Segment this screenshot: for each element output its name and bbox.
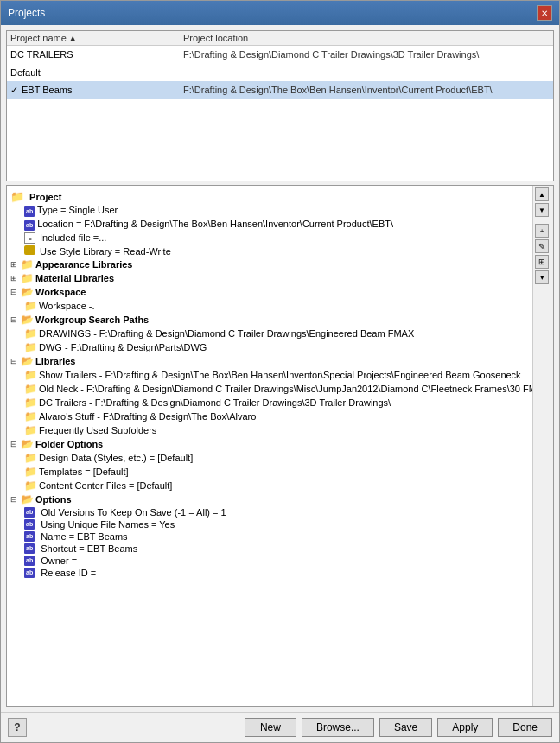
expand-open-icon: ⊟ (10, 440, 19, 448)
folder-icon: 📂 (21, 314, 34, 326)
grid-button[interactable]: ⊞ (535, 255, 549, 269)
project-list-body: DC TRAILERS F:\Drafting & Design\Diamond… (7, 46, 553, 181)
tree-label-libraries: Libraries (35, 356, 75, 366)
project-name-ebt-beams: EBT Beams (22, 83, 73, 98)
dropdown-button[interactable]: ▾ (535, 270, 549, 284)
dialog-title: Projects (8, 7, 45, 19)
tree-label-included: Included file =... (40, 232, 106, 243)
tree-label-owner: Owner = (41, 556, 77, 566)
list-item: ab Shortcut = EBT Beams (7, 543, 532, 555)
tree-label-workgroup: Workgroup Search Paths (35, 314, 149, 325)
folder-icon: 📁 (24, 479, 37, 492)
list-item: 📁 DWG - F:\Drafting & Design\Parts\DWG (7, 340, 532, 354)
ab-icon: ab (24, 568, 35, 578)
ab-icon: ab (24, 507, 35, 518)
expand-open-icon: ⊟ (10, 495, 19, 504)
list-item[interactable]: ⊞ 📁 Appearance Libraries (7, 257, 532, 271)
list-item[interactable]: ⊟ 📂 Folder Options (7, 437, 532, 451)
tree-label-style: Use Style Library = Read-Write (40, 246, 171, 257)
tree-label-show-trailers: Show Trailers - F:\Drafting & Design\The… (39, 370, 521, 380)
list-item: 📁 Show Trailers - F:\Drafting & Design\T… (7, 368, 532, 382)
folder-icon: 📁 (24, 300, 37, 312)
browse-button[interactable]: Browse... (302, 718, 374, 737)
ab-icon: ab (24, 556, 35, 566)
tree-label-appearance: Appearance Libraries (35, 259, 133, 270)
help-button[interactable]: ? (8, 718, 27, 737)
edit-button[interactable]: ✎ (535, 239, 549, 253)
tree-label-name: Name = EBT Beams (41, 531, 127, 542)
tree-label-workspace: Workspace (35, 287, 86, 297)
expand-icon: ⊞ (10, 260, 19, 269)
list-item: ≡ Included file =... (7, 232, 532, 244)
project-name-default: Default (10, 66, 41, 80)
list-item: ab Old Versions To Keep On Save (-1 = Al… (7, 506, 532, 518)
folder-gray-icon: 📁 (24, 424, 37, 436)
scroll-down-button[interactable]: ▼ (535, 203, 549, 217)
list-item: Use Style Library = Read-Write (7, 244, 532, 257)
list-item[interactable]: ⊟ 📂 Libraries (7, 354, 532, 368)
apply-button[interactable]: Apply (437, 718, 493, 737)
folder-icon: 📁 (24, 466, 37, 478)
folder-icon: 📂 (21, 438, 34, 450)
expand-open-icon: ⊟ (10, 315, 19, 324)
scroll-up-button[interactable]: ▲ (535, 187, 549, 201)
col-project-location-header: Project location (183, 33, 550, 43)
list-item: ab Type = Single User (7, 204, 532, 218)
tree-label-templates: Templates = [Default] (39, 467, 129, 477)
list-item: 📁 DRAWINGS - F:\Drafting & Design\Diamon… (7, 327, 532, 340)
dialog-body: Project name ▲ Project location DC TRAIL… (1, 25, 559, 712)
expand-open-icon: ⊟ (10, 288, 19, 296)
table-row[interactable]: DC TRAILERS F:\Drafting & Design\Diamond… (7, 46, 553, 64)
folder-icon: 📁 (24, 369, 37, 381)
list-item: ab Using Unique File Names = Yes (7, 518, 532, 530)
save-button[interactable]: Save (379, 718, 432, 737)
ab-icon: ab (24, 519, 35, 530)
close-button[interactable]: ✕ (537, 5, 552, 21)
folder-icon: 📁 (21, 272, 34, 284)
details-tree[interactable]: 📁 Project ab Type = Single User ab Locat… (7, 186, 532, 706)
table-row[interactable]: ✓ EBT Beams F:\Drafting & Design\The Box… (7, 81, 553, 99)
list-item: ab Location = F:\Drafting & Design\The B… (7, 218, 532, 232)
tree-label-dwg: DWG - F:\Drafting & Design\Parts\DWG (39, 342, 207, 352)
sort-arrow-icon[interactable]: ▲ (69, 34, 77, 42)
button-bar: ? New Browse... Save Apply Done (1, 712, 559, 742)
add-button[interactable]: + (535, 224, 549, 238)
folder-icon: 📁 (24, 383, 37, 395)
list-item: 📁 Content Center Files = [Default] (7, 479, 532, 492)
tree-label-material: Material Libraries (35, 273, 114, 283)
projects-dialog: Projects ✕ Project name ▲ Project locati… (0, 0, 560, 743)
ab-icon: ab (24, 531, 35, 542)
folder-icon: 📂 (21, 286, 34, 298)
tree-label-workspace-path: Workspace -. (39, 301, 95, 311)
project-name-column-label: Project name (10, 33, 67, 43)
expand-open-icon: ⊟ (10, 357, 19, 365)
list-item: ab Name = EBT Beams (7, 530, 532, 543)
list-item[interactable]: ⊟ 📂 Workspace (7, 285, 532, 299)
tree-label-shortcut: Shortcut = EBT Beams (41, 543, 137, 554)
done-button[interactable]: Done (498, 718, 552, 737)
list-item: ab Release ID = (7, 567, 532, 579)
folder-icon: 📁 (21, 258, 34, 270)
project-list-header: Project name ▲ Project location (7, 31, 553, 46)
list-item[interactable]: ⊟ 📂 Workgroup Search Paths (7, 313, 532, 327)
tree-label-folder-options: Folder Options (35, 439, 103, 449)
tree-label-drawings: DRAWINGS - F:\Drafting & Design\Diamond … (39, 328, 414, 339)
tree-label-release-id: Release ID = (41, 568, 96, 578)
folder-icon: 📁 (24, 452, 37, 464)
new-button[interactable]: New (245, 718, 296, 737)
style-icon (24, 245, 35, 255)
folder-icon: 📂 (21, 493, 34, 505)
title-bar: Projects ✕ (1, 1, 559, 25)
list-item[interactable]: ⊟ 📂 Options (7, 492, 532, 506)
project-location-cell (183, 66, 550, 80)
project-list-panel: Project name ▲ Project location DC TRAIL… (6, 30, 554, 181)
folder-icon: 📂 (21, 355, 34, 367)
table-row[interactable]: Default (7, 64, 553, 82)
right-sidebar: ▲ ▼ + ✎ ⊞ ▾ (532, 186, 553, 706)
project-location-cell: F:\Drafting & Design\Diamond C Trailer D… (183, 48, 550, 62)
folder-icon: 📁 (24, 397, 37, 409)
col-project-name-header: Project name ▲ (10, 33, 183, 43)
list-item[interactable]: ⊞ 📁 Material Libraries (7, 271, 532, 285)
list-item[interactable]: 📁 Project (7, 189, 532, 204)
tree-label-old-versions: Old Versions To Keep On Save (-1 = All) … (41, 507, 226, 518)
